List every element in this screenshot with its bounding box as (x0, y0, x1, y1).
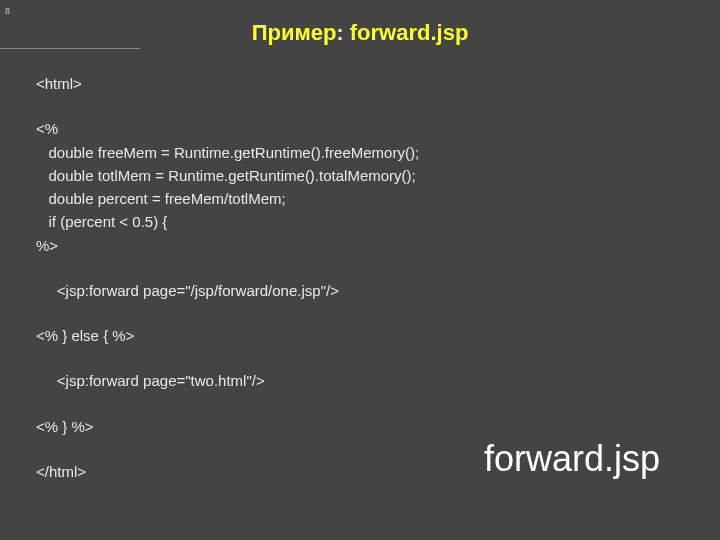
code-line: <jsp:forward page="/jsp/forward/one.jsp"… (36, 279, 720, 302)
code-block: <html> <% double freeMem = Runtime.getRu… (0, 62, 720, 483)
blank-line (36, 302, 720, 324)
blank-line (36, 257, 720, 279)
code-line: <% } else { %> (36, 324, 720, 347)
code-line: <% } %> (36, 415, 720, 438)
code-line: %> (36, 234, 720, 257)
blank-line (36, 347, 720, 369)
blank-line (36, 95, 720, 117)
code-line: double freeMem = Runtime.getRuntime().fr… (36, 141, 720, 164)
page-title: Пример: forward.jsp (0, 0, 720, 62)
code-line: double percent = freeMem/totlMem; (36, 187, 720, 210)
code-line: double totlMem = Runtime.getRuntime().to… (36, 164, 720, 187)
divider-line (0, 48, 140, 49)
code-line: <jsp:forward page="two.html"/> (36, 369, 720, 392)
code-line: if (percent < 0.5) { (36, 210, 720, 233)
big-label: forward.jsp (484, 438, 660, 480)
corner-mark: 8 (5, 6, 10, 16)
code-line: <html> (36, 72, 720, 95)
blank-line (36, 393, 720, 415)
code-line: <% (36, 117, 720, 140)
